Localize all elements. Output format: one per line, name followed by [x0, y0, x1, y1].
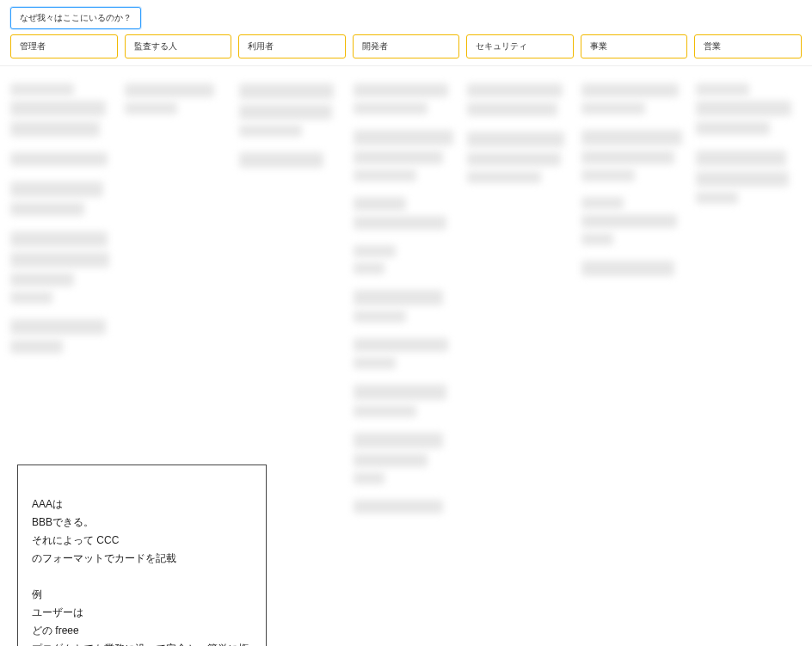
tabs-row: 管理者 監査する人 利用者 開発者 セキュリティ 事業 営業 — [10, 34, 802, 65]
tab-label: 開発者 — [362, 41, 388, 51]
blurred-content — [239, 80, 345, 140]
blurred-content — [354, 335, 459, 372]
tab-label: 利用者 — [248, 41, 274, 51]
blurred-content — [354, 429, 459, 488]
note-text: AAAは BBBできる。 それによって CCC のフォーマットでカードを記載 例… — [32, 498, 249, 646]
column-developer — [354, 80, 459, 517]
blurred-content — [467, 128, 573, 187]
tab-label: 事業 — [590, 41, 607, 51]
tab-developer[interactable]: 開発者 — [353, 34, 460, 58]
blurred-content — [239, 149, 345, 171]
tab-label: セキュリティ — [476, 41, 527, 51]
tab-admin[interactable]: 管理者 — [10, 34, 118, 58]
blurred-content — [354, 381, 459, 421]
tab-label: 監査する人 — [134, 41, 177, 51]
tab-label: 営業 — [704, 41, 721, 51]
header: なぜ我々はここにいるのか？ 管理者 監査する人 利用者 開発者 セキュリティ 事… — [0, 0, 812, 66]
blurred-content — [467, 80, 573, 120]
blurred-content — [10, 149, 116, 169]
blurred-content — [354, 80, 459, 118]
tab-label: 管理者 — [20, 41, 46, 51]
tab-security[interactable]: セキュリティ — [466, 34, 574, 58]
column-auditor — [125, 80, 231, 118]
column-admin — [10, 80, 116, 357]
blurred-content — [354, 126, 459, 185]
note-card[interactable]: AAAは BBBできる。 それによって CCC のフォーマットでカードを記載 例… — [17, 465, 267, 646]
column-business — [581, 80, 687, 280]
columns — [0, 66, 812, 531]
blurred-content — [581, 80, 687, 118]
blurred-content — [10, 178, 116, 219]
blurred-content — [125, 80, 231, 118]
tab-sales[interactable]: 営業 — [694, 34, 802, 58]
column-security — [467, 80, 573, 187]
tab-user[interactable]: 利用者 — [238, 34, 346, 58]
blurred-content — [354, 496, 459, 517]
blurred-content — [696, 80, 802, 138]
blurred-content — [354, 286, 459, 326]
blurred-content — [354, 194, 459, 233]
tab-auditor[interactable]: 監査する人 — [125, 34, 232, 58]
blurred-content — [10, 316, 116, 357]
title-card[interactable]: なぜ我々はここにいるのか？ — [10, 7, 141, 29]
column-sales — [696, 80, 802, 207]
blurred-content — [581, 126, 687, 185]
blurred-content — [581, 257, 687, 280]
blurred-content — [581, 194, 687, 249]
title-text: なぜ我々はここにいるのか？ — [20, 13, 132, 22]
blurred-content — [354, 242, 459, 278]
blurred-content — [10, 228, 116, 307]
column-user — [239, 80, 345, 171]
blurred-content — [10, 80, 116, 140]
blurred-content — [696, 147, 802, 207]
tab-business[interactable]: 事業 — [581, 34, 688, 58]
